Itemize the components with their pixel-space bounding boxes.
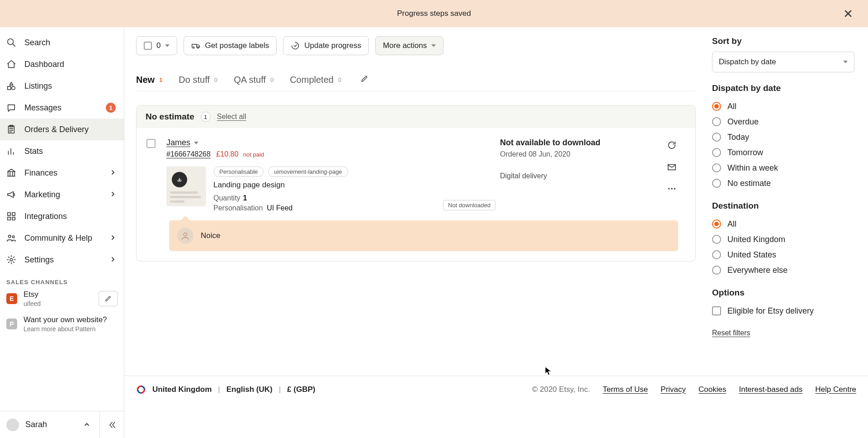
channel-pattern[interactable]: P Want your own website? Learn more abou… [0,314,124,333]
sidebar-item-marketing[interactable]: Marketing [0,184,124,205]
tab-new[interactable]: New 1 [136,69,162,91]
more-button[interactable] [665,182,678,195]
channel-etsy[interactable]: E Etsy uifeed [0,288,124,307]
destination-label: Destination [712,201,854,211]
select-count-button[interactable]: 0 [136,36,177,55]
postage-labels-button[interactable]: Get postage labels [184,36,277,55]
edit-tabs-button[interactable] [360,75,368,85]
sidebar-item-settings[interactable]: Settings [0,249,124,271]
message-button[interactable] [665,161,678,173]
channel-badge: P [6,319,17,329]
radio-icon [712,250,721,259]
sidebar-item-search[interactable]: Search [0,32,124,53]
channel-badge: E [6,293,17,304]
option-etsy-delivery[interactable]: Eligible for Etsy delivery [712,303,854,319]
select-all-link[interactable]: Select all [217,113,246,121]
footer-link-help[interactable]: Help Centre [815,385,856,394]
tab-completed[interactable]: Completed 0 [290,69,341,91]
bars-icon [6,146,16,156]
banner-close-button[interactable] [841,6,855,21]
order-card: James #1666748268 £10.80 not paid [137,128,695,261]
dispatch-option-noestimate[interactable]: No estimate [712,176,854,191]
progress-icon [291,41,300,50]
home-icon [6,59,16,69]
caret-down-icon [194,142,198,144]
dispatch-option-overdue[interactable]: Overdue [712,114,854,129]
tab-qa-stuff[interactable]: QA stuff 0 [234,69,274,91]
close-icon [844,10,852,18]
radio-icon [712,148,721,157]
qty-label: Quantity [213,194,241,202]
refresh-button[interactable] [665,139,678,152]
order-id-link[interactable]: #1666748268 [166,150,211,158]
buyer-name: James [166,138,190,148]
sort-by-select[interactable]: Dispatch by date [712,52,854,72]
sort-by-value: Dispatch by date [719,57,776,67]
item-thumbnail[interactable] [166,167,206,206]
locale-switcher[interactable]: United Kingdom | English (UK) | £ (GBP) [136,385,315,395]
dest-option-us[interactable]: United States [712,247,854,262]
buyer-link[interactable]: James [166,138,198,148]
caret-up-icon [84,422,90,427]
sidebar-item-community[interactable]: Community & Help [0,227,124,249]
tag: uimovement-landing-page [268,167,348,177]
sidebar-item-integrations[interactable]: Integrations [0,205,124,227]
dispatch-option-all[interactable]: All [712,99,854,114]
order-status: Not available to download Ordered 08 Jun… [500,138,654,212]
pencil-icon [104,295,112,302]
sidebar-nav: Search Dashboard Listings Messages 1 Ord… [0,27,124,411]
option-label: United States [727,250,776,260]
sidebar-section-label: SALES CHANNELS [0,271,124,288]
dispatch-option-today[interactable]: Today [712,129,854,145]
page-footer: United Kingdom | English (UK) | £ (GBP) … [124,376,868,403]
dispatch-option-week[interactable]: Within a week [712,160,854,176]
update-progress-button[interactable]: Update progress [283,36,369,55]
grid-icon [6,211,16,221]
footer-link-ads[interactable]: Interest-based ads [739,385,802,394]
note-avatar [177,228,193,244]
dispatch-option-tomorrow[interactable]: Tomorrow [712,145,854,160]
delivery-type: Digital delivery [500,172,654,180]
footer-link-terms[interactable]: Terms of Use [603,385,648,394]
sidebar-item-orders[interactable]: Orders & Delivery [0,119,124,140]
order-checkbox[interactable] [146,139,156,148]
messages-badge: 1 [106,103,116,113]
tab-count: 0 [338,76,341,83]
sidebar-item-stats[interactable]: Stats [0,140,124,162]
svg-point-2 [12,86,15,90]
group-title: No estimate [146,112,194,122]
dest-option-else[interactable]: Everywhere else [712,262,854,278]
clipboard-icon [6,124,16,134]
dest-option-all[interactable]: All [712,216,854,232]
svg-point-10 [12,236,14,238]
sidebar-item-label: Stats [24,147,43,156]
shapes-icon [6,81,16,91]
tab-label: Completed [290,75,334,85]
sidebar-item-label: Settings [24,255,54,265]
truck-icon [191,41,200,50]
tab-do-stuff[interactable]: Do stuff 0 [179,69,217,91]
footer-link-privacy[interactable]: Privacy [660,385,686,394]
sidebar-item-finances[interactable]: Finances [0,162,124,184]
caret-down-icon [843,61,848,63]
download-overlay-icon [172,172,187,187]
dest-option-uk[interactable]: United Kingdom [712,232,854,247]
user-menu[interactable]: Sarah [0,411,99,438]
sidebar-item-messages[interactable]: Messages 1 [0,97,124,119]
more-actions-button[interactable]: More actions [375,36,443,55]
channel-edit-button[interactable] [99,291,118,306]
refresh-icon [667,140,677,150]
option-label: All [727,219,736,229]
sidebar-item-label: Listings [24,81,52,91]
toolbar: 0 Get postage labels Update progress Mor… [136,36,696,55]
option-label: Today [727,133,749,142]
option-label: Tomorrow [727,148,763,157]
reset-filters-link[interactable]: Reset filters [712,329,750,337]
sidebar-item-dashboard[interactable]: Dashboard [0,53,124,75]
sidebar-collapse-button[interactable] [99,411,124,438]
copyright: © 2020 Etsy, Inc. [532,385,590,394]
option-label: All [727,102,736,111]
sidebar-item-listings[interactable]: Listings [0,75,124,97]
footer-link-cookies[interactable]: Cookies [698,385,726,394]
tab-label: New [136,75,155,85]
